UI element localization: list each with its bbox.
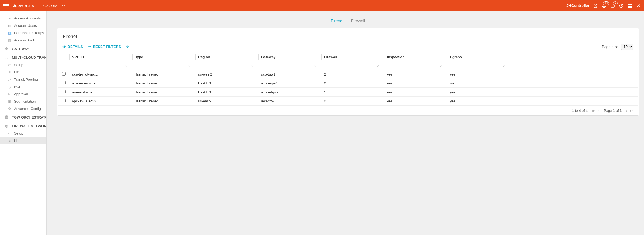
reset-filters-button[interactable]: ✏ RESET FILTERS	[88, 45, 121, 49]
sidebar-item[interactable]: 👥Permission Groups	[0, 29, 46, 37]
brand: aviatrix Controller	[13, 3, 66, 8]
column-header[interactable]: Inspection	[384, 53, 447, 61]
table-row[interactable]: ave-az-fnvnetg...Transit FirenetEast USa…	[58, 88, 638, 97]
pager-nav: ⏮ ‹	[592, 109, 599, 113]
cell-type: Transit Firenet	[132, 88, 195, 97]
column-filter-input[interactable]	[72, 63, 123, 68]
panel-title: Firenet	[57, 34, 639, 44]
sidebar-item[interactable]: ▭Setup	[0, 130, 46, 137]
row-checkbox[interactable]	[62, 72, 66, 76]
filter-icon[interactable]: ▽	[251, 64, 253, 67]
sidebar-item[interactable]: ⚙Advanced Config	[0, 105, 46, 112]
apps-icon[interactable]	[628, 4, 632, 8]
column-filter-input[interactable]	[198, 63, 249, 68]
sidebar-item-icon: ⚙	[8, 107, 11, 111]
column-filter-input[interactable]	[261, 63, 312, 68]
column-filter-input[interactable]	[387, 63, 438, 68]
cell-gateway: azure-gw4	[258, 79, 321, 88]
sidebar-item-label: Permission Groups	[14, 31, 44, 35]
page-size-label: Page size:	[602, 45, 619, 49]
sidebar-section-tgw[interactable]: 🏛 TGW ORCHESTRATOR	[0, 112, 46, 121]
cell-region: us-east-1	[195, 97, 258, 106]
column-header[interactable]: Gateway	[258, 53, 321, 61]
sidebar-section-label: MULTI-CLOUD TRANSIT	[12, 56, 46, 60]
pager-range: 1 to 4 of 4	[572, 109, 588, 113]
sidebar-item-icon: ▦	[8, 38, 11, 42]
table-row[interactable]: azure-new-vnet:...Transit FirenetEast US…	[58, 79, 638, 88]
filter-icon[interactable]: ▽	[503, 64, 505, 67]
sidebar-item[interactable]: ☁Access Accounts	[0, 15, 46, 22]
multicloud-icon: ⛬	[5, 55, 9, 60]
details-button[interactable]: 👁 DETAILS	[63, 45, 83, 49]
tasks-icon[interactable]: 2	[610, 4, 615, 8]
sidebar-section-label: GATEWAY	[12, 47, 29, 51]
help-icon[interactable]	[619, 4, 623, 8]
cell-gateway: azure-tgw2	[258, 88, 321, 97]
tgw-icon: 🏛	[5, 115, 9, 119]
filter-icon[interactable]: ▽	[377, 64, 379, 67]
sidebar-item-label: Setup	[14, 63, 23, 67]
filter-icon[interactable]: ▽	[188, 64, 190, 67]
sidebar-section-gateway[interactable]: ✥ GATEWAY	[0, 44, 46, 53]
hourglass-icon[interactable]	[594, 4, 597, 8]
column-filter-input[interactable]	[324, 63, 375, 68]
sidebar-section-multicloud[interactable]: ⛬ MULTI-CLOUD TRANSIT	[0, 53, 46, 61]
pager-prev-button[interactable]: ‹	[598, 109, 599, 113]
page-size-control: Page size: 10	[602, 44, 633, 50]
sidebar-item-label: Approval	[14, 92, 28, 96]
filter-icon[interactable]: ▽	[125, 64, 127, 67]
sidebar-item[interactable]: ☑Approval	[0, 90, 46, 98]
sidebar-item-label: Access Accounts	[14, 16, 41, 20]
sidebar-item[interactable]: ⇄Transit Peering	[0, 76, 46, 83]
sidebar-item-label: Transit Peering	[14, 77, 38, 81]
column-filter-input[interactable]	[450, 63, 501, 68]
tab-firewall[interactable]: Firewall	[351, 17, 366, 25]
column-header[interactable]: Type	[132, 53, 195, 61]
sidebar-item[interactable]: ▭Setup	[0, 61, 46, 68]
column-header[interactable]: Region	[195, 53, 258, 61]
sidebar-item-label: Advanced Config	[14, 107, 41, 111]
tab-firenet[interactable]: Firenet	[330, 17, 344, 25]
row-checkbox[interactable]	[62, 99, 66, 102]
sidebar-item-icon: ≡	[8, 70, 11, 74]
sidebar-item-label: Account Audit	[14, 38, 36, 42]
pager-last-button[interactable]: ⏭	[630, 109, 633, 113]
page-size-select[interactable]: 10	[621, 44, 633, 50]
sidebar-item[interactable]: ▣Segmentation	[0, 98, 46, 105]
column-filter-input[interactable]	[135, 63, 186, 68]
select-all-checkbox[interactable]	[58, 61, 69, 70]
menu-toggle-icon[interactable]	[3, 4, 9, 7]
sidebar-item[interactable]: ≡List	[0, 68, 46, 76]
sidebar-item-icon: ◇	[8, 85, 11, 89]
sidebar-item[interactable]: ▦Account Audit	[0, 37, 46, 44]
toolbar: 👁 DETAILS ✏ RESET FILTERS ⟳ Page size: 1…	[57, 44, 639, 53]
cell-vpc: vpc-0b703ec33...	[69, 97, 132, 106]
refresh-button[interactable]: ⟳	[126, 45, 129, 49]
row-checkbox[interactable]	[62, 90, 66, 93]
cell-gateway: gcp-tgw1	[258, 70, 321, 79]
row-checkbox[interactable]	[62, 81, 66, 84]
table-row[interactable]: vpc-0b703ec33...Transit Firenetus-east-1…	[58, 97, 638, 106]
cell-type: Transit Firenet	[132, 97, 195, 106]
column-header[interactable]: Firewall	[321, 53, 384, 61]
filter-icon[interactable]: ▽	[440, 64, 442, 67]
bell-icon[interactable]: 13	[602, 4, 606, 8]
sidebar-section-firewall[interactable]: ⛨ FIREWALL NETWORK	[0, 121, 46, 130]
cell-region: East US	[195, 79, 258, 88]
pager-first-button[interactable]: ⏮	[592, 109, 596, 113]
select-all-header	[58, 53, 69, 61]
filter-icon[interactable]: ▽	[314, 64, 316, 67]
svg-rect-4	[628, 6, 630, 8]
user-icon[interactable]	[636, 4, 641, 8]
table-row[interactable]: gcp-tr-mgt-vpc...Transit Firenetus-west2…	[58, 70, 638, 79]
sidebar-item[interactable]: ≡List	[0, 137, 46, 144]
cell-egress: yes	[447, 70, 510, 79]
cell-vpc: azure-new-vnet:...	[69, 79, 132, 88]
pager-next-button[interactable]: ›	[626, 109, 627, 113]
cell-egress: yes	[447, 88, 510, 97]
cell-region: us-west2	[195, 70, 258, 79]
column-header[interactable]: VPC ID	[69, 53, 132, 61]
sidebar-item[interactable]: ◐Account Users	[0, 22, 46, 29]
column-header[interactable]: Egress	[447, 53, 510, 61]
sidebar-item[interactable]: ◇BGP	[0, 83, 46, 90]
